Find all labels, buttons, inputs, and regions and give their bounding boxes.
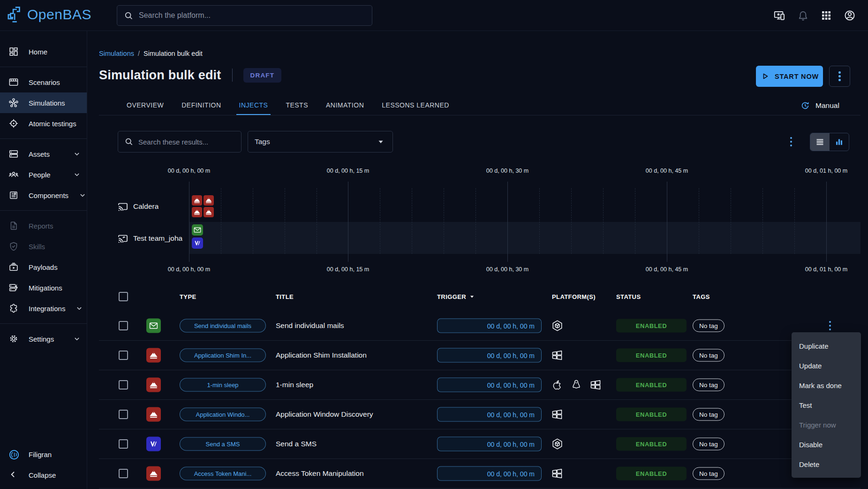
status-badge: ENABLED bbox=[616, 349, 687, 362]
menu-item-mark-as-done[interactable]: Mark as done bbox=[792, 375, 861, 395]
column-header-title[interactable]: TITLE bbox=[276, 293, 294, 300]
platforms-cell bbox=[551, 467, 563, 480]
row-checkbox[interactable] bbox=[119, 321, 128, 330]
filigran-link[interactable]: Filigran bbox=[0, 444, 87, 465]
column-header-trigger[interactable]: TRIGGER bbox=[437, 292, 476, 300]
menu-item-duplicate[interactable]: Duplicate bbox=[792, 336, 861, 356]
timeline-inject-email-icon[interactable] bbox=[192, 224, 203, 236]
tags-filter-select[interactable]: Tags bbox=[248, 131, 393, 153]
tag-chip: No tag bbox=[693, 349, 725, 362]
sidebar-item-scenarios[interactable]: Scenarios bbox=[0, 72, 87, 92]
trigger-chip[interactable]: 00 d, 00 h, 00 m bbox=[437, 319, 542, 333]
sidebar-item-settings[interactable]: Settings bbox=[0, 329, 87, 349]
timeline-inject-sms-icon[interactable] bbox=[192, 237, 203, 249]
chevron-down-icon bbox=[73, 170, 81, 179]
sidebar-item-atomic-testings[interactable]: Atomic testings bbox=[0, 113, 87, 134]
timeline-inject-caldera-icon[interactable] bbox=[204, 207, 214, 217]
openbas-logo-text: OpenBAS bbox=[27, 7, 91, 23]
tag-chip: No tag bbox=[693, 467, 725, 480]
tab-lessons-learned[interactable]: LESSONS LEARNED bbox=[373, 95, 458, 115]
subscriptions-icon bbox=[8, 262, 19, 272]
trigger-chip[interactable]: 00 d, 00 h, 00 m bbox=[437, 378, 542, 392]
report-icon bbox=[8, 221, 19, 231]
inject-row[interactable]: Application Windo... Application Window … bbox=[99, 400, 860, 429]
timeline-inject-caldera-icon[interactable] bbox=[204, 195, 214, 206]
injects-timeline: 00 d, 00 h, 00 m 00 d, 00 h, 15 m 00 d, … bbox=[99, 167, 860, 279]
collapse-sidebar-button[interactable]: Collapse bbox=[0, 465, 87, 485]
results-search-input[interactable] bbox=[138, 138, 235, 146]
column-header-platforms[interactable]: PLATFORM(S) bbox=[552, 293, 596, 300]
inject-row[interactable]: Send a SMS Send a SMS 00 d, 00 h, 00 m E… bbox=[99, 429, 860, 459]
row-menu-button[interactable] bbox=[823, 319, 837, 333]
menu-item-delete[interactable]: Delete bbox=[792, 454, 861, 474]
sidebar-item-payloads[interactable]: Payloads bbox=[0, 257, 87, 277]
row-checkbox[interactable] bbox=[119, 469, 128, 478]
trigger-chip[interactable]: 00 d, 00 h, 00 m bbox=[437, 466, 542, 481]
inject-type-chip[interactable]: Send individual mails bbox=[180, 319, 266, 333]
tab-definition[interactable]: DEFINITION bbox=[173, 95, 230, 115]
linux-platform-icon bbox=[570, 379, 582, 391]
sidebar-item-integrations[interactable]: Integrations bbox=[0, 298, 87, 319]
injects-table: TYPE TITLE TRIGGER PLATFORM(S) STATUS TA… bbox=[99, 282, 860, 489]
timeline-inject-caldera-icon[interactable] bbox=[192, 207, 202, 217]
menu-item-test[interactable]: Test bbox=[792, 395, 861, 415]
menu-item-update[interactable]: Update bbox=[792, 356, 861, 375]
sidebar-item-people[interactable]: People bbox=[0, 164, 87, 185]
platform-search-input[interactable] bbox=[139, 11, 365, 20]
tab-injects[interactable]: INJECTS bbox=[230, 95, 277, 115]
inject-type-chip[interactable]: Application Windo... bbox=[180, 408, 266, 421]
sidebar-item-home[interactable]: Home bbox=[0, 41, 87, 62]
column-header-type[interactable]: TYPE bbox=[180, 293, 196, 300]
simulation-menu-button[interactable] bbox=[829, 66, 850, 87]
tabs-divider bbox=[99, 115, 860, 115]
trigger-chip[interactable]: 00 d, 00 h, 00 m bbox=[437, 407, 542, 422]
row-checkbox[interactable] bbox=[119, 439, 128, 449]
inject-row[interactable]: Send individual mails Send individual ma… bbox=[99, 311, 860, 341]
row-checkbox[interactable] bbox=[119, 380, 128, 390]
sidebar-item-label: Atomic testings bbox=[29, 120, 76, 128]
row-checkbox[interactable] bbox=[119, 410, 128, 419]
sidebar-item-simulations[interactable]: Simulations bbox=[0, 92, 87, 113]
notifications-icon[interactable] bbox=[797, 10, 809, 22]
topbar: OpenBAS bbox=[0, 0, 868, 31]
axis-tick-label: 00 d, 00 h, 45 m bbox=[646, 266, 688, 273]
inject-title: Application Window Discovery bbox=[276, 410, 373, 419]
breadcrumb-simulations-link[interactable]: Simulations bbox=[99, 50, 134, 57]
inject-row[interactable]: Access Token Mani... Access Token Manipu… bbox=[99, 459, 860, 489]
list-view-button[interactable] bbox=[810, 133, 830, 151]
inject-type-chip[interactable]: Send a SMS bbox=[180, 437, 266, 451]
trigger-chip[interactable]: 00 d, 00 h, 00 m bbox=[437, 348, 542, 363]
trigger-mode-toggle[interactable]: Manual bbox=[800, 99, 839, 113]
apps-grid-icon[interactable] bbox=[821, 10, 832, 21]
status-badge-draft: DRAFT bbox=[243, 68, 282, 83]
breadcrumb-current: Simulation bulk edit bbox=[143, 50, 203, 57]
sidebar-item-mitigations[interactable]: Mitigations bbox=[0, 277, 87, 298]
inject-type-chip[interactable]: Application Shim In... bbox=[180, 349, 266, 362]
dropdown-arrow-icon bbox=[376, 137, 386, 147]
select-all-checkbox[interactable] bbox=[119, 292, 128, 301]
column-header-tags[interactable]: TAGS bbox=[693, 293, 710, 300]
sidebar-item-label: People bbox=[29, 171, 51, 179]
storage-icon bbox=[8, 149, 19, 159]
devices-icon[interactable] bbox=[773, 9, 785, 22]
inject-type-chip[interactable]: 1-min sleep bbox=[180, 378, 266, 392]
status-badge: ENABLED bbox=[616, 467, 687, 481]
account-icon[interactable] bbox=[844, 9, 856, 22]
column-header-status[interactable]: STATUS bbox=[616, 293, 641, 300]
openbas-logo[interactable]: OpenBAS bbox=[6, 5, 91, 24]
timeline-inject-caldera-icon[interactable] bbox=[192, 195, 202, 206]
list-options-menu-button[interactable] bbox=[784, 135, 798, 149]
sidebar-item-assets[interactable]: Assets bbox=[0, 144, 87, 164]
menu-item-disable[interactable]: Disable bbox=[792, 435, 861, 454]
trigger-chip[interactable]: 00 d, 00 h, 00 m bbox=[437, 437, 542, 451]
inject-type-chip[interactable]: Access Token Mani... bbox=[180, 467, 266, 481]
sidebar-item-label: Assets bbox=[29, 150, 50, 158]
start-now-button[interactable]: START NOW bbox=[756, 66, 823, 87]
tab-tests[interactable]: TESTS bbox=[277, 95, 317, 115]
chart-view-button[interactable] bbox=[830, 133, 849, 151]
row-checkbox[interactable] bbox=[119, 351, 128, 360]
sidebar-item-components[interactable]: Components bbox=[0, 185, 87, 206]
tab-animation[interactable]: ANIMATION bbox=[317, 95, 373, 115]
inject-row[interactable]: Application Shim In... Application Shim … bbox=[99, 341, 860, 370]
tab-overview[interactable]: OVERVIEW bbox=[118, 95, 173, 115]
